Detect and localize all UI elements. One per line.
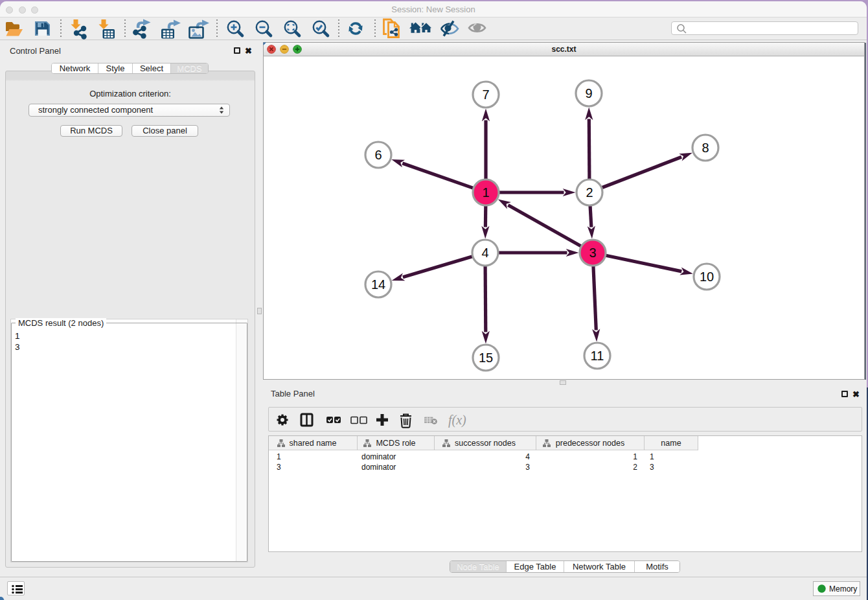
- svg-text:14: 14: [371, 277, 385, 292]
- svg-text:15: 15: [479, 351, 493, 365]
- svg-text:6: 6: [374, 148, 382, 162]
- svg-text:1: 1: [482, 185, 489, 200]
- svg-text:4: 4: [481, 246, 488, 260]
- svg-text:f(x): f(x): [448, 413, 466, 428]
- svg-text:9: 9: [585, 86, 592, 100]
- svg-text:10: 10: [700, 270, 714, 284]
- svg-text:7: 7: [482, 87, 489, 102]
- svg-text:3: 3: [589, 246, 596, 260]
- svg-text:11: 11: [591, 349, 604, 363]
- svg-text:2: 2: [586, 185, 593, 200]
- svg-text:8: 8: [702, 141, 709, 155]
